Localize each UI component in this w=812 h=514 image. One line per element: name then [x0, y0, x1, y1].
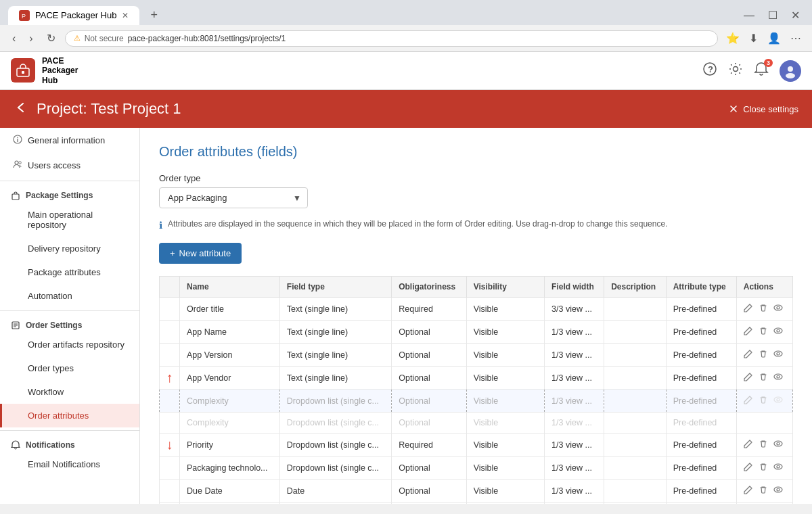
bookmark-button[interactable]: ⭐: [723, 29, 742, 47]
forward-button[interactable]: ›: [25, 30, 37, 47]
main-content: Order attributes (fields) Order type App…: [140, 128, 812, 504]
row-name: Due Date: [180, 480, 280, 503]
app-logo: PACE Packager Hub: [11, 56, 78, 85]
row-visibility: Visible: [466, 413, 544, 434]
svg-point-25: [777, 398, 780, 401]
minimize-button[interactable]: —: [740, 6, 759, 24]
actions-col-header: Actions: [736, 277, 792, 298]
row-field-type: Dropdown list (single c...: [279, 413, 391, 434]
profile-button[interactable]: 👤: [765, 29, 784, 47]
browser-tab[interactable]: P PACE Packager Hub ✕: [8, 6, 139, 25]
edit-icon[interactable]: [744, 372, 753, 383]
window-close-button[interactable]: ✕: [787, 6, 804, 24]
row-attribute-type: Pre-defined: [666, 344, 736, 367]
obligatoriness-col-header: Obligatoriness: [392, 277, 467, 298]
row-obligatoriness: Required: [392, 298, 467, 321]
app-logo-icon: [11, 58, 35, 83]
sidebar-item-order-artifacts-label: Order artifacts repository: [13, 340, 125, 350]
sidebar-item-automation[interactable]: Automation: [0, 284, 139, 308]
tab-close-button[interactable]: ✕: [122, 11, 129, 20]
eye-icon[interactable]: [773, 462, 783, 473]
sidebar-item-delivery-repo[interactable]: Delivery repository: [0, 237, 139, 260]
delete-icon[interactable]: [759, 395, 768, 406]
notifications-button[interactable]: 3: [754, 62, 769, 80]
sidebar-item-email-notifications[interactable]: Email Notifications: [0, 452, 139, 476]
edit-icon[interactable]: [744, 349, 753, 360]
row-visibility: Visible: [466, 390, 544, 413]
edit-icon[interactable]: [744, 485, 753, 496]
delete-icon[interactable]: [759, 303, 768, 314]
svg-text:P: P: [22, 13, 26, 20]
row-obligatoriness: —: [392, 503, 467, 505]
url-bar[interactable]: ⚠ Not secure pace-packager-hub:8081/sett…: [65, 30, 718, 47]
new-attribute-button[interactable]: + New attribute: [159, 243, 242, 264]
row-name: App Name: [180, 321, 280, 344]
close-settings-button[interactable]: Close settings: [728, 103, 798, 114]
eye-icon[interactable]: [773, 349, 783, 360]
row-actions: [736, 480, 792, 503]
row-attribute-type: Pre-defined: [666, 367, 736, 390]
refresh-button[interactable]: ↻: [43, 29, 60, 47]
sidebar-item-order-types[interactable]: Order types: [0, 356, 139, 380]
eye-icon[interactable]: [773, 485, 783, 496]
delete-icon[interactable]: [759, 349, 768, 360]
eye-icon[interactable]: [773, 395, 783, 406]
svg-point-24: [774, 397, 782, 402]
sidebar-group-package-settings: Package Settings: [0, 184, 139, 203]
row-description: [604, 457, 667, 480]
sidebar-item-order-attributes[interactable]: Order attributes: [0, 404, 139, 427]
download-icon[interactable]: ⬇: [746, 29, 761, 47]
maximize-button[interactable]: ☐: [764, 6, 782, 24]
row-description: [604, 434, 667, 457]
edit-icon[interactable]: [744, 303, 753, 314]
edit-icon[interactable]: [744, 395, 753, 406]
eye-icon[interactable]: [773, 372, 783, 383]
edit-icon[interactable]: [744, 462, 753, 473]
row-obligatoriness: Optional: [392, 390, 467, 413]
extensions-button[interactable]: ⋯: [788, 29, 804, 47]
settings-button[interactable]: [728, 62, 743, 80]
delete-icon[interactable]: [759, 485, 768, 496]
drag-cell: [160, 503, 180, 505]
table-row: App Name Text (single line) Optional Vis…: [160, 321, 793, 344]
row-field-type: Dropdown list (single c...: [279, 457, 391, 480]
sidebar-item-order-artifacts[interactable]: Order artifacts repository: [0, 333, 139, 356]
sidebar-item-users-access[interactable]: Users access: [0, 153, 139, 178]
delete-icon[interactable]: [759, 326, 768, 337]
row-attribute-type: Pre-defined: [666, 503, 736, 505]
order-type-select-wrap: App Packaging ▼: [159, 187, 308, 208]
sidebar-item-workflow[interactable]: Workflow: [0, 380, 139, 404]
project-back-button[interactable]: [14, 100, 28, 118]
order-type-select[interactable]: App Packaging: [159, 187, 308, 208]
row-actions: [736, 367, 792, 390]
name-col-header: Name: [180, 277, 280, 298]
row-visibility: Visible: [466, 480, 544, 503]
row-name: Complexity: [180, 413, 280, 434]
sidebar-item-workflow-label: Workflow: [13, 387, 64, 397]
svg-point-12: [15, 161, 18, 164]
delete-icon[interactable]: [759, 439, 768, 450]
sidebar-item-order-types-label: Order types: [13, 363, 74, 373]
row-description: [604, 390, 667, 413]
delete-icon[interactable]: [759, 372, 768, 383]
svg-point-29: [777, 465, 780, 468]
delete-icon[interactable]: [759, 462, 768, 473]
tab-favicon: P: [19, 10, 30, 21]
sidebar-item-general-info[interactable]: General information: [0, 128, 139, 153]
avatar[interactable]: [780, 60, 801, 82]
row-attribute-type: Pre-defined: [666, 480, 736, 503]
edit-icon[interactable]: [744, 326, 753, 337]
eye-icon[interactable]: [773, 303, 783, 314]
eye-icon[interactable]: [773, 439, 783, 450]
row-actions: [736, 503, 792, 505]
table-row: Packaging technolo... Dropdown list (sin…: [160, 457, 793, 480]
new-tab-button[interactable]: +: [145, 5, 163, 25]
row-description: [604, 298, 667, 321]
sidebar-item-main-op-repo[interactable]: Main operational repository: [0, 203, 139, 237]
eye-icon[interactable]: [773, 326, 783, 337]
help-button[interactable]: ?: [702, 62, 717, 80]
sidebar-item-package-attributes[interactable]: Package attributes: [0, 260, 139, 284]
svg-point-28: [774, 464, 782, 469]
edit-icon[interactable]: [744, 439, 753, 450]
back-button[interactable]: ‹: [8, 30, 20, 47]
